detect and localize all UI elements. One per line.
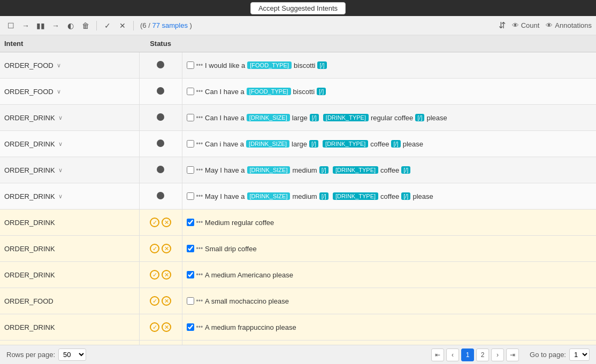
reject-icon[interactable]: ✕ [162,296,171,306]
status-dot [157,166,164,173]
rows-per-page-select[interactable]: 50 25 100 [58,348,86,361]
reject-icon[interactable]: ✕ [162,244,171,253]
row-checkbox[interactable] [187,61,194,69]
accept-icon[interactable]: ✓ [150,244,159,253]
reject-icon[interactable]: ✕ [162,270,171,280]
next-page-button[interactable]: › [491,348,504,361]
sample-count-link[interactable]: 77 samples [152,21,187,29]
row-checkbox[interactable] [187,271,194,278]
chevron-down-icon[interactable]: ∨ [58,167,63,174]
row-checkbox[interactable] [187,192,194,200]
last-page-button[interactable]: ⇥ [506,348,519,361]
row-checkbox[interactable] [187,88,194,95]
row-options-icon[interactable]: ••• [196,271,203,278]
delete-icon[interactable]: 🗑 [79,19,92,32]
status-dot [157,192,164,199]
drink-size-tag: [DRINK_SIZE] [246,140,289,148]
status-cell: ✓✕ [139,314,182,340]
chevron-down-icon[interactable]: ∨ [57,88,61,95]
row-options-icon[interactable]: ••• [196,192,203,200]
utterance-cell: •••Small drip coffee [182,236,596,262]
chevron-down-icon[interactable]: ∨ [58,141,63,148]
page-1-button[interactable]: 1 [461,348,474,361]
intent-cell: ORDER_DRINK [0,236,139,262]
row-checkbox[interactable] [187,297,194,305]
row-checkbox[interactable] [187,245,194,252]
intent-cell: ORDER_DRINK ∨ [0,183,139,210]
main-table: Intent Status ORDER_FOOD ∨•••I would lik… [0,35,596,345]
row-options-icon[interactable]: ••• [196,297,203,305]
utterance-header [182,35,596,52]
table-container: Intent Status ORDER_FOOD ∨•••I would lik… [0,35,596,345]
status-cell [139,52,182,79]
pause-icon[interactable]: ▮▮ [34,19,47,32]
row-options-icon[interactable]: ••• [196,88,203,95]
table-row: ORDER_DRINK✓✕•••A medium Americano pleas… [0,262,596,288]
row-options-icon[interactable]: ••• [196,61,203,69]
next-icon[interactable]: → [49,19,62,32]
utterance-cell: •••May I have a [DRINK_SIZE] medium [/] … [182,183,596,210]
select-all-icon[interactable]: ☐ [4,19,17,32]
intent-header: Intent [0,35,139,52]
first-page-button[interactable]: ⇤ [431,348,444,361]
status-cell: ✓✕ [139,340,182,345]
status-dot [157,113,164,121]
row-checkbox[interactable] [187,114,194,121]
utterance-text: Medium regular coffee [205,219,274,227]
utterance-text: May I have a [205,192,244,200]
sort-icon[interactable]: ⇵ [499,20,506,30]
row-checkbox[interactable] [187,140,194,148]
row-checkbox[interactable] [187,323,194,331]
close-tag: [/] [401,192,410,200]
row-options-icon[interactable]: ••• [196,323,203,331]
reject-icon[interactable]: ✕ [162,322,171,332]
utterance-text: regular coffee [371,114,413,122]
row-options-icon[interactable]: ••• [196,245,203,252]
row-checkbox[interactable] [187,219,194,226]
status-cell [139,183,182,210]
utterance-text: Small drip coffee [205,245,257,253]
reject-icon[interactable]: ✕ [116,19,129,32]
chevron-down-icon[interactable]: ∨ [58,193,63,200]
page-2-button[interactable]: 2 [476,348,489,361]
annotations-button[interactable]: 👁 Annotations [546,21,592,29]
rows-per-page-label: Rows per page: [6,351,55,359]
accept-icon[interactable]: ✓ [150,218,159,227]
chevron-down-icon[interactable]: ∨ [57,62,61,69]
utterance-cell: •••Can I have a [DRINK_SIZE] large [/] [… [182,105,596,131]
intent-cell: ORDER_DRINK [0,262,139,288]
sample-count: (6 / 77 samples ) [140,21,192,29]
intent-cell: ORDER_DRINK ∨ [0,157,139,183]
intent-cell: ORDER_DRINK [0,210,139,236]
row-checkbox[interactable] [187,166,194,174]
row-options-icon[interactable]: ••• [196,140,203,148]
annotations-icon: 👁 [546,21,553,29]
half-circle-icon[interactable]: ◐ [64,19,77,32]
utterance-cell: •••Medium regular coffee [182,210,596,236]
intent-cell: ORDER_DRINK [0,314,139,340]
intent-cell: ORDER_DRINK ∨ [0,131,139,157]
utterance-cell: •••A large cappuccino please [182,340,596,345]
utterance-cell: •••A medium Americano please [182,262,596,288]
row-options-icon[interactable]: ••• [196,166,203,174]
accept-icon[interactable]: ✓ [150,322,159,332]
status-cell [139,105,182,131]
count-label: Count [521,21,540,29]
chevron-down-icon[interactable]: ∨ [58,114,63,121]
reject-icon[interactable]: ✕ [162,218,171,227]
count-button[interactable]: 👁 Count [512,21,540,29]
accept-icon[interactable]: ✓ [150,270,159,280]
table-row: ORDER_DRINK✓✕•••A large cappuccino pleas… [0,340,596,345]
confirm-icon[interactable]: ✓ [101,19,114,32]
status-cell: ✓✕ [139,210,182,236]
accept-suggested-intents-button[interactable]: Accept Suggested Intents [250,2,346,14]
row-options-icon[interactable]: ••• [196,114,203,121]
utterance-cell: •••A medium frappuccino please [182,314,596,340]
utterance-text: biscotti [294,61,315,69]
go-to-page-select[interactable]: 1 2 [569,348,590,361]
accept-icon[interactable]: ✓ [150,296,159,306]
prev-page-button[interactable]: ‹ [446,348,459,361]
row-options-icon[interactable]: ••• [196,219,203,226]
forward-icon[interactable]: → [19,19,32,32]
utterance-text: A medium Americano please [205,271,293,279]
